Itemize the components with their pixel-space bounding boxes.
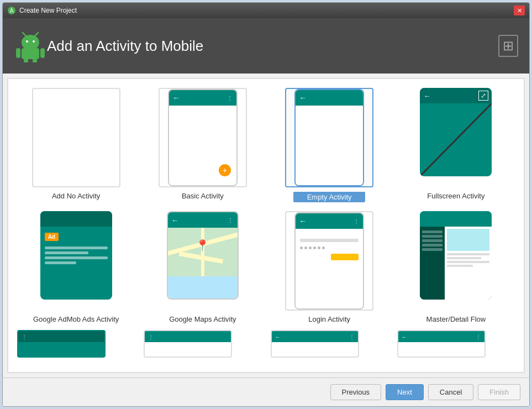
expand-icon: ⤢ <box>478 91 488 101</box>
activity-label-no-activity: Add No Activity <box>52 192 100 200</box>
svg-point-2 <box>22 35 39 50</box>
android-logo <box>14 29 47 62</box>
activity-card-empty[interactable]: ← <box>285 88 373 187</box>
back-arrow-login-icon: ← <box>299 217 307 226</box>
partial-card-3[interactable]: ← ⋮ <box>271 330 359 358</box>
cancel-button[interactable]: Cancel <box>428 384 473 400</box>
activity-card-master-detail[interactable] <box>412 211 500 311</box>
dialog-title: Add an Activity to Mobile <box>47 38 498 55</box>
svg-rect-10 <box>24 58 28 62</box>
activity-item-empty[interactable]: ← Empty Activity <box>271 88 388 202</box>
activity-card-basic[interactable]: ← ⋮ + <box>159 88 247 187</box>
activity-item-basic[interactable]: ← ⋮ + Basic Activity <box>144 88 261 202</box>
main-window: A Create New Project ✕ Add an Activity t… <box>2 2 530 407</box>
activity-item-admob[interactable]: Ad Google AdMob Ads Activity <box>17 211 135 323</box>
svg-text:A: A <box>10 8 14 14</box>
activity-card-no-activity[interactable] <box>32 88 120 187</box>
activity-card-fullscreen[interactable]: ← ⤢ <box>412 88 500 187</box>
activity-item-fullscreen[interactable]: ← ⤢ Fullscreen Activity <box>397 88 515 202</box>
layout-switcher-icon[interactable]: ⊞ <box>498 35 518 57</box>
button-bar: Previous Next Cancel Finish <box>3 377 529 406</box>
activity-item-master-detail[interactable]: Master/Detail Flow <box>397 211 515 323</box>
svg-line-5 <box>23 33 26 36</box>
activity-label-login: Login Activity <box>308 315 350 323</box>
activity-label-maps: Google Maps Activity <box>169 315 236 323</box>
activity-item-maps[interactable]: ← ⋮ 📍 Google M <box>144 211 261 323</box>
activity-item-no-activity[interactable]: Add No Activity <box>17 88 135 202</box>
next-button[interactable]: Next <box>386 384 424 400</box>
activity-grid-container[interactable]: Add No Activity ← ⋮ + Basic Activity <box>7 78 525 373</box>
previous-button[interactable]: Previous <box>330 384 382 400</box>
maps-header: ← ⋮ <box>168 212 238 228</box>
activity-label-basic: Basic Activity <box>182 192 224 200</box>
svg-rect-11 <box>33 58 37 62</box>
menu-dots-login-icon: ⋮ <box>354 218 360 224</box>
activity-item-login[interactable]: ← ⋮ <box>271 211 388 323</box>
back-arrow-icon: ← <box>423 92 430 100</box>
activity-card-login[interactable]: ← ⋮ <box>285 211 373 311</box>
menu-dots-icon: ⋮ <box>227 95 233 101</box>
fab-button: + <box>219 164 231 176</box>
close-button[interactable]: ✕ <box>514 6 525 15</box>
back-arrow-icon: ← <box>172 93 180 102</box>
svg-rect-9 <box>40 48 45 58</box>
back-arrow-icon: ← <box>299 93 307 102</box>
title-bar: A Create New Project ✕ <box>3 3 529 18</box>
activity-card-maps[interactable]: ← ⋮ 📍 <box>159 211 247 311</box>
menu-dots-maps-icon: ⋮ <box>228 217 234 223</box>
partial-card-4[interactable]: ← ⋮ <box>397 330 486 358</box>
svg-line-6 <box>35 33 38 36</box>
maps-body: 📍 <box>168 228 238 298</box>
fullscreen-header: ← ⤢ <box>420 88 492 103</box>
back-arrow-maps-icon: ← <box>171 216 178 224</box>
svg-rect-7 <box>22 48 39 59</box>
svg-point-3 <box>26 40 28 43</box>
partial-activity-row: ⋮ ⋮ ← ⋮ ← ⋮ <box>17 330 515 358</box>
activity-label-master-detail: Master/Detail Flow <box>426 315 486 323</box>
svg-rect-8 <box>16 48 20 58</box>
map-pin-icon: 📍 <box>196 239 209 252</box>
partial-card-1[interactable]: ⋮ <box>17 330 106 358</box>
activity-card-admob[interactable]: Ad <box>32 211 120 311</box>
activity-label-empty: Empty Activity <box>293 192 365 202</box>
window-title: Create New Project <box>19 7 514 14</box>
fullscreen-decoration <box>420 103 492 176</box>
activity-grid: Add No Activity ← ⋮ + Basic Activity <box>17 88 515 323</box>
svg-point-4 <box>33 40 35 43</box>
svg-line-12 <box>420 103 492 176</box>
window-icon: A <box>7 6 16 15</box>
finish-button[interactable]: Finish <box>478 384 520 400</box>
partial-card-2[interactable]: ⋮ <box>144 330 232 358</box>
dialog-header: Add an Activity to Mobile ⊞ <box>3 18 529 74</box>
ad-badge: Ad <box>45 233 59 241</box>
activity-label-admob: Google AdMob Ads Activity <box>33 315 119 323</box>
activity-label-fullscreen: Fullscreen Activity <box>427 192 484 200</box>
